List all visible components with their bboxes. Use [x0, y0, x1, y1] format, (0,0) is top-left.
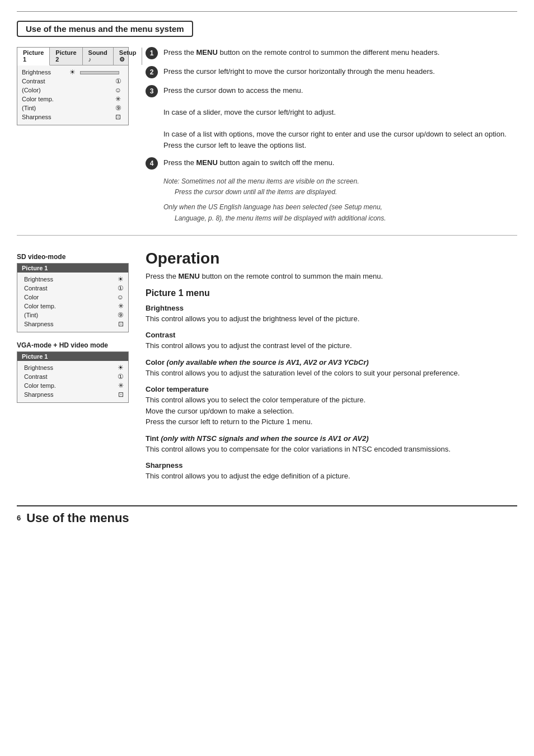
section-brightness: Brightness This control allows you to ad…	[146, 304, 517, 325]
menu-row-sharpness: Sharpness ⊡	[22, 112, 124, 121]
menu-tab-setup[interactable]: Setup ⚙	[114, 48, 143, 65]
section-sharpness: Sharpness This control allows you to adj…	[146, 461, 517, 482]
sharpness-icon: ⊡	[113, 113, 124, 121]
vga-brightness-icon: ☀	[118, 364, 124, 372]
section-contrast-title: Contrast	[146, 331, 517, 339]
sd-tint-label: (Tint)	[24, 312, 38, 318]
menu-demo-box: Picture 1 Picture 2 Sound ♪ Setup ⚙ Brig…	[17, 47, 129, 125]
sd-color-label: Color	[24, 294, 39, 300]
vga-sharpness-label: Sharpness	[24, 391, 54, 398]
menu-row-color: (Color) ☺	[22, 86, 124, 95]
section-colortemp-text: This control allows you to select the co…	[146, 395, 517, 428]
sd-colortemp-icon: ✳	[118, 302, 124, 310]
color-icon: ☺	[113, 86, 124, 94]
vga-mode-label: VGA-mode + HD video mode	[17, 341, 129, 349]
menu-body: Brightness ☀ Contrast ① (Color) ☺ Color …	[17, 65, 128, 125]
step-number-2: 2	[146, 66, 158, 78]
color-label: (Color)	[22, 87, 67, 93]
menu-row-colortemp: Color temp. ✳	[22, 95, 124, 104]
vga-menu-body: Brightness ☀ Contrast ① Color temp. ✳ Sh…	[17, 361, 128, 402]
steps-panel: 1 Press the MENU button on the remote co…	[146, 47, 517, 224]
sd-brightness-icon: ☀	[118, 275, 124, 283]
step-2: 2 Press the cursor left/right to move th…	[146, 66, 517, 78]
sd-brightness-label: Brightness	[24, 276, 53, 283]
tint-label: (Tint)	[22, 105, 67, 111]
step-number-3: 3	[146, 85, 158, 97]
sd-row-tint: (Tint) ⑨	[24, 311, 124, 320]
sd-row-colortemp: Color temp. ✳	[24, 302, 124, 311]
picture1-menu-title: Picture 1 menu	[146, 288, 517, 298]
vga-row-colortemp: Color temp. ✳	[24, 381, 124, 390]
vga-row-contrast: Contrast ①	[24, 372, 124, 381]
sd-colortemp-label: Color temp.	[24, 303, 56, 309]
section-tint: Tint (only with NTSC signals and when th…	[146, 434, 517, 455]
section-color-text: This control allows you to adjust the sa…	[146, 368, 517, 379]
operation-intro: Press the MENU button on the remote cont…	[146, 272, 517, 280]
section-color: Color (only available when the source is…	[146, 358, 517, 379]
step-4: 4 Press the MENU button again to switch …	[146, 157, 517, 170]
menu-row-tint: (Tint) ⑨	[22, 104, 124, 112]
mode-menus-panel: SD video-mode Picture 1 Brightness ☀ Con…	[17, 244, 129, 489]
brightness-slider[interactable]	[80, 69, 124, 76]
contrast-icon: ①	[113, 77, 124, 85]
menu-header-row: Picture 1 Picture 2 Sound ♪ Setup ⚙	[17, 48, 128, 65]
colortemp-label: Color temp.	[22, 96, 67, 102]
sd-row-color: Color ☺	[24, 293, 124, 302]
page-footer: 6 Use of the menus	[17, 505, 517, 525]
section-tint-text: This control allows you to compensate fo…	[146, 444, 517, 455]
top-section: Picture 1 Picture 2 Sound ♪ Setup ⚙ Brig…	[17, 47, 517, 224]
sd-tint-icon: ⑨	[118, 311, 124, 319]
section-color-title: Color (only available when the source is…	[146, 358, 517, 367]
note-2: Only when the US English language has be…	[163, 202, 517, 223]
section-tint-title: Tint (only with NTSC signals and when th…	[146, 434, 517, 443]
menu-tab-picture2[interactable]: Picture 2	[50, 48, 82, 65]
bottom-section: SD video-mode Picture 1 Brightness ☀ Con…	[17, 244, 517, 489]
step-1: 1 Press the MENU button on the remote co…	[146, 47, 517, 59]
vga-row-brightness: Brightness ☀	[24, 363, 124, 372]
page-header-title: Use of the menus and the menu system	[26, 24, 184, 34]
operation-title: Operation	[146, 250, 517, 267]
sd-menu-title: Picture 1	[17, 264, 128, 273]
vga-menu-box: Picture 1 Brightness ☀ Contrast ① Color …	[17, 351, 129, 403]
section-brightness-title: Brightness	[146, 304, 517, 312]
vga-colortemp-label: Color temp.	[24, 382, 56, 389]
vga-brightness-label: Brightness	[24, 364, 53, 371]
sharpness-label: Sharpness	[22, 114, 67, 120]
section-brightness-text: This control allows you to adjust the br…	[146, 313, 517, 325]
contrast-label: Contrast	[22, 78, 67, 84]
step-number-4: 4	[146, 157, 158, 170]
footer-title: Use of the menus	[26, 511, 129, 525]
sd-menu-box: Picture 1 Brightness ☀ Contrast ① Color …	[17, 263, 129, 332]
step-content-1: Press the MENU button on the remote cont…	[163, 47, 517, 58]
page-number: 6	[17, 514, 21, 522]
sd-row-brightness: Brightness ☀	[24, 275, 124, 284]
section-contrast: Contrast This control allows you to adju…	[146, 331, 517, 351]
section-contrast-text: This control allows you to adjust the co…	[146, 340, 517, 351]
menu-demo-panel: Picture 1 Picture 2 Sound ♪ Setup ⚙ Brig…	[17, 47, 129, 224]
page-header-box: Use of the menus and the menu system	[17, 21, 193, 37]
menu-row-brightness: Brightness ☀	[22, 68, 124, 77]
step-3: 3 Press the cursor down to access the me…	[146, 85, 517, 151]
section-sharpness-text: This control allows you to adjust the ed…	[146, 471, 517, 482]
note-1: Note: Sometimes not all the menu items a…	[163, 176, 517, 198]
step-content-3: Press the cursor down to access the menu…	[163, 85, 517, 151]
menu-tab-picture1[interactable]: Picture 1	[17, 48, 50, 65]
sd-sharpness-label: Sharpness	[24, 321, 54, 327]
section-divider	[17, 235, 517, 236]
section-colortemp-title: Color temperature	[146, 385, 517, 393]
tint-icon: ⑨	[113, 104, 124, 112]
sd-color-icon: ☺	[117, 293, 124, 301]
vga-contrast-icon: ①	[118, 373, 124, 381]
sd-row-sharpness: Sharpness ⊡	[24, 320, 124, 328]
vga-menu-title: Picture 1	[17, 352, 128, 361]
step-number-1: 1	[146, 47, 158, 59]
sd-contrast-label: Contrast	[24, 285, 48, 292]
top-separator	[17, 11, 517, 12]
sd-row-contrast: Contrast ①	[24, 284, 124, 293]
section-sharpness-title: Sharpness	[146, 461, 517, 469]
operation-panel: Operation Press the MENU button on the r…	[146, 244, 517, 489]
menu-tab-sound[interactable]: Sound ♪	[83, 48, 114, 65]
brightness-label: Brightness	[22, 69, 67, 76]
brightness-icon: ☀	[67, 68, 78, 76]
vga-row-sharpness: Sharpness ⊡	[24, 390, 124, 399]
